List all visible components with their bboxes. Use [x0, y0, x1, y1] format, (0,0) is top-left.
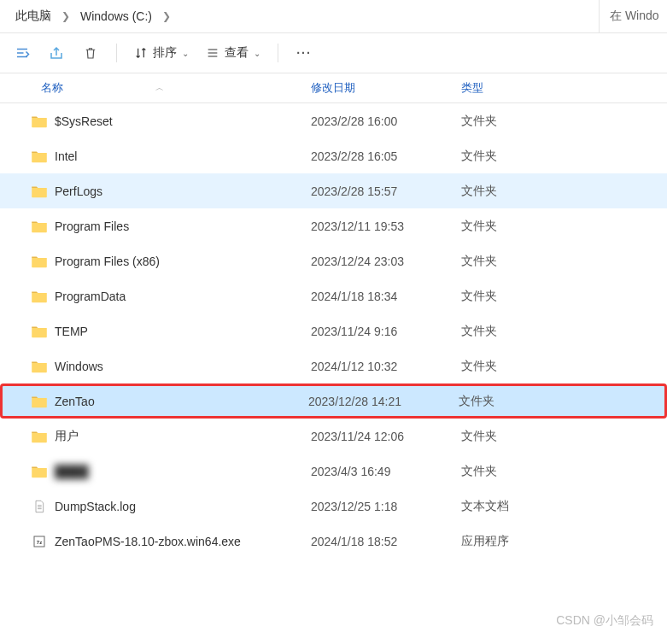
separator	[278, 44, 278, 62]
table-row[interactable]: PerfLogs2023/2/28 15:57文件夹	[0, 173, 667, 208]
file-date: 2024/1/18 18:34	[311, 290, 461, 303]
view-button[interactable]: 查看 ⌄	[206, 45, 260, 61]
table-row[interactable]: 7zZenTaoPMS-18.10-zbox.win64.exe2024/1/1…	[0, 524, 667, 559]
sort-indicator-icon: ︿	[155, 82, 164, 94]
file-name: Intel	[55, 149, 311, 163]
file-date: 2023/11/24 12:06	[311, 430, 461, 443]
column-header-name[interactable]: 名称 ︿	[41, 80, 311, 96]
chevron-down-icon: ⌄	[182, 49, 189, 58]
file-name: Windows	[55, 360, 311, 373]
file-name: DumpStack.log	[55, 500, 311, 513]
file-type: 文件夹	[461, 184, 564, 199]
table-row[interactable]: 用户2023/11/24 12:06文件夹	[0, 419, 667, 454]
file-name: PerfLogs	[55, 184, 311, 198]
rename-icon[interactable]	[14, 44, 31, 61]
file-type: 文件夹	[461, 429, 564, 444]
file-list: $SysReset2023/2/28 16:00文件夹Intel2023/2/2…	[0, 103, 667, 559]
file-name: ProgramData	[55, 290, 311, 303]
file-type: 文件夹	[461, 289, 564, 304]
table-row[interactable]: ProgramData2024/1/18 18:34文件夹	[0, 278, 667, 313]
file-date: 2023/2/28 15:57	[311, 184, 461, 198]
file-name: 用户	[55, 429, 311, 444]
address-bar[interactable]: 此电脑 ❯ Windows (C:) ❯ 在 Windo	[0, 0, 667, 33]
share-icon[interactable]	[48, 44, 65, 61]
file-name: ZenTao	[55, 395, 308, 408]
file-date: 2024/1/12 10:32	[311, 360, 461, 373]
table-row[interactable]: DumpStack.log2023/12/25 1:18文本文档	[0, 489, 667, 524]
view-label: 查看	[225, 45, 249, 61]
table-row[interactable]: TEMP2023/11/24 9:16文件夹	[0, 313, 667, 348]
chevron-right-icon[interactable]: ❯	[161, 10, 173, 22]
table-row[interactable]: ZenTao2023/12/28 14:21文件夹	[0, 383, 667, 419]
file-type: 文件夹	[461, 254, 564, 269]
table-row[interactable]: ████2023/4/3 16:49文件夹	[0, 454, 667, 489]
chevron-right-icon[interactable]: ❯	[60, 10, 72, 22]
file-date: 2023/2/28 16:05	[311, 149, 461, 163]
table-row[interactable]: Program Files2023/12/11 19:53文件夹	[0, 208, 667, 243]
file-date: 2023/11/24 9:16	[311, 325, 461, 338]
file-type: 文件夹	[461, 324, 564, 339]
file-name: Program Files (x86)	[55, 255, 311, 268]
file-type: 应用程序	[461, 534, 564, 549]
file-date: 2023/2/28 16:00	[311, 114, 461, 128]
file-name: $SysReset	[55, 114, 311, 128]
table-row[interactable]: Intel2023/2/28 16:05文件夹	[0, 138, 667, 173]
separator	[116, 44, 117, 62]
file-date: 2023/12/25 1:18	[311, 500, 461, 513]
file-name: Program Files	[55, 220, 311, 233]
column-header-date[interactable]: 修改日期	[311, 80, 461, 96]
file-name: ZenTaoPMS-18.10-zbox.win64.exe	[55, 535, 311, 548]
svg-text:7z: 7z	[37, 539, 42, 544]
file-type: 文件夹	[461, 219, 564, 234]
file-name: ████	[55, 465, 311, 478]
file-name: TEMP	[55, 325, 311, 338]
table-row[interactable]: Windows2024/1/12 10:32文件夹	[0, 348, 667, 383]
file-date: 2023/4/3 16:49	[311, 465, 461, 478]
breadcrumb[interactable]: 此电脑 ❯ Windows (C:) ❯	[10, 7, 657, 26]
file-date: 2024/1/18 18:52	[311, 535, 461, 548]
sort-button[interactable]: 排序 ⌄	[134, 45, 189, 61]
column-headers: 名称 ︿ 修改日期 类型	[0, 73, 667, 103]
search-placeholder: 在 Windo	[610, 9, 659, 24]
file-date: 2023/12/28 14:21	[308, 395, 459, 408]
file-type: 文件夹	[461, 149, 564, 164]
table-row[interactable]: $SysReset2023/2/28 16:00文件夹	[0, 103, 667, 138]
breadcrumb-root[interactable]: 此电脑	[10, 7, 56, 26]
file-type: 文件夹	[459, 394, 561, 409]
more-icon[interactable]: ···	[295, 44, 313, 61]
file-type: 文件夹	[461, 114, 564, 129]
breadcrumb-drive[interactable]: Windows (C:)	[75, 8, 157, 25]
file-date: 2023/12/11 19:53	[311, 220, 461, 233]
sort-label: 排序	[153, 45, 177, 61]
delete-icon[interactable]	[82, 44, 99, 61]
table-row[interactable]: Program Files (x86)2023/12/24 23:03文件夹	[0, 243, 667, 278]
column-header-type[interactable]: 类型	[461, 80, 564, 96]
search-input[interactable]: 在 Windo	[599, 0, 667, 32]
file-type: 文本文档	[461, 499, 564, 514]
chevron-down-icon: ⌄	[254, 49, 260, 58]
file-date: 2023/12/24 23:03	[311, 255, 461, 268]
toolbar: 排序 ⌄ 查看 ⌄ ···	[0, 33, 667, 73]
file-type: 文件夹	[461, 464, 564, 479]
file-type: 文件夹	[461, 359, 564, 374]
